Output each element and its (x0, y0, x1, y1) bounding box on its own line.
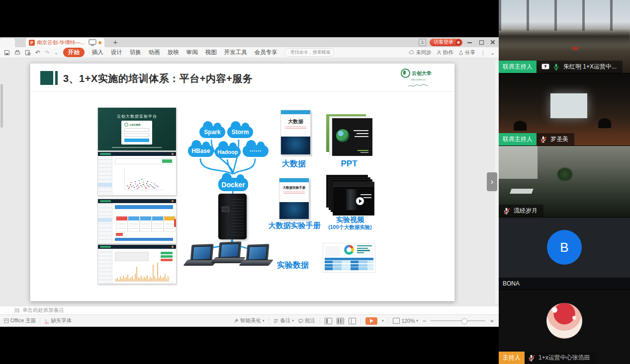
book-manual: 大数据实验手册 (279, 178, 309, 219)
sync-status-button[interactable]: 未同步 (409, 49, 432, 56)
play-options-caret[interactable]: ▾ (382, 319, 384, 323)
tab-animations[interactable]: 动画 (149, 49, 160, 56)
cloud-hadoop: Hadoop (215, 146, 241, 158)
host-badge: 主持人 (499, 352, 525, 364)
video-tile-2[interactable]: 联席主持人 罗圣美 (499, 73, 630, 146)
video-tile-5[interactable]: 主持人 1+x运营中心张浩田 (499, 290, 630, 364)
label-ppt: PPT (333, 159, 365, 169)
cloud-hbase: HBase (188, 145, 214, 157)
video-frame (510, 189, 534, 194)
reading-view-button[interactable] (349, 318, 356, 324)
video-tile-1[interactable]: 联席主持人 朱红明 1+X运营中... (499, 0, 630, 73)
tab-transitions[interactable]: 切换 (130, 49, 141, 56)
video-frame (572, 47, 578, 50)
company-logo: 云创大学 edu.cstor.cn (401, 69, 441, 90)
earth-icon (336, 129, 349, 142)
zoom-slider-handle[interactable] (461, 318, 467, 324)
experiment-video-stack (326, 175, 373, 216)
guest-login-button[interactable]: 访客登录 ☻ (430, 39, 462, 46)
mic-muted-icon (503, 207, 511, 215)
bar-chart-thumbnail (114, 262, 173, 282)
title-accent-bar (55, 71, 58, 85)
normal-view-button[interactable] (325, 318, 332, 324)
tab-view[interactable]: 视图 (205, 49, 217, 56)
avatar-initial: B (547, 230, 582, 265)
cloud-spark: Spark (199, 126, 225, 138)
video-frame (550, 93, 587, 118)
search-hint-text: 查找命令，搜索模板 (290, 49, 331, 56)
ppt-slide-stack (326, 114, 372, 156)
document-tab[interactable]: P 南京云创-华博特—...4 partner (26, 38, 104, 47)
ribbon-collapse-icon[interactable]: ⌄ (490, 50, 495, 56)
guest-avatar-icon: ☻ (455, 39, 461, 45)
laptop-icon (241, 243, 270, 267)
platform-scatter-screenshot (97, 151, 177, 196)
tab-slideshow[interactable]: 放映 (168, 49, 179, 56)
redo-button[interactable]: ↷ (45, 49, 50, 56)
slide-canvas: 3、1+X实施的培训体系：平台+内容+服务 云创大学 edu.cstor.cn … (30, 63, 455, 301)
share-button[interactable]: 分享 (458, 49, 475, 56)
label-video: 实验视频 (329, 216, 371, 224)
panel-collapse-handle[interactable]: › (487, 172, 497, 191)
undo-button[interactable]: ↶ (35, 49, 40, 56)
restore-button[interactable] (477, 38, 485, 46)
missing-font-indicator[interactable]: T 缺失字体 (44, 317, 72, 324)
ribbon-bar: ↶ ↷ ⌄ 开始 插入 设计 切换 动画 放映 审阅 视图 开发工具 会员专享 … (0, 47, 499, 58)
slideshow-play-button[interactable] (365, 317, 377, 325)
save-icon[interactable] (4, 50, 10, 56)
tab-review[interactable]: 审阅 (186, 49, 198, 56)
video-tile-3[interactable]: 流经岁月 (499, 146, 630, 217)
print-preview-icon[interactable] (25, 50, 31, 56)
smart-beautify-button[interactable]: 智能美化 ▾ (234, 317, 265, 324)
more-menu-icon[interactable]: ⋮ (480, 50, 486, 56)
left-scrollbar-thumb[interactable] (0, 84, 3, 128)
notes-placeholder-bar[interactable]: 单击此处添加备注 (0, 306, 499, 314)
unsaved-dot-icon (98, 41, 101, 44)
theme-indicator[interactable]: Office 主题 (4, 317, 36, 324)
avatar-image (546, 303, 582, 339)
participant-name: 流经岁月 (514, 207, 538, 215)
window-tab-bar: P 南京云创-华博特—...4 partner + 1 访客登录 ☻ (0, 37, 499, 47)
platform-courses-screenshot (97, 199, 177, 244)
label-video-sub: (100个大数据实验) (319, 224, 381, 231)
collaborate-button[interactable]: 协作 (437, 49, 453, 56)
participant-name-bar: 联席主持人 罗圣美 (499, 133, 574, 146)
tab-devtools[interactable]: 开发工具 (224, 49, 247, 56)
play-icon (356, 197, 364, 205)
slide-sorter-view-button[interactable] (337, 318, 344, 324)
video-tile-4[interactable]: B BONA (499, 218, 630, 290)
tab-design[interactable]: 设计 (111, 49, 122, 56)
mini-login-button (124, 139, 149, 142)
comments-button[interactable]: 批注 (298, 317, 315, 324)
label-manual: 大数据实验手册 (262, 221, 327, 230)
minimize-button[interactable] (466, 38, 474, 46)
zoom-in-button[interactable]: + (490, 317, 494, 325)
zoom-slider[interactable] (431, 320, 485, 321)
tab-insert[interactable]: 插入 (92, 49, 103, 56)
window-count-chip[interactable]: 1 (419, 39, 426, 46)
zoom-out-button[interactable]: − (423, 317, 427, 325)
monitor-icon (89, 39, 96, 46)
screen-share-icon (541, 64, 549, 71)
notes-button[interactable]: 备注 ▾ (273, 317, 294, 324)
quickbar-customize-icon[interactable]: ⌄ (54, 50, 58, 55)
tab-membership[interactable]: 会员专享 (255, 49, 277, 56)
command-search-box[interactable]: 查找命令，搜索模板 (284, 48, 334, 57)
co-host-badge: 联席主持人 (499, 61, 537, 73)
new-tab-button[interactable]: + (110, 37, 120, 47)
label-bigdata: 大数据 (278, 159, 310, 169)
tab-home[interactable]: 开始 (63, 48, 85, 57)
print-icon[interactable] (14, 50, 20, 56)
participant-name: 罗圣美 (550, 135, 568, 144)
workbench-tab-partial[interactable] (0, 38, 15, 47)
laptop-icon (213, 241, 242, 265)
logo-name: 云创大学 (412, 70, 432, 77)
laptop-icon (185, 243, 214, 267)
ribbon-tabs: 开始 插入 设计 切换 动画 放映 审阅 视图 开发工具 会员专享 (63, 48, 277, 57)
video-frame (499, 29, 630, 46)
close-button[interactable] (489, 38, 497, 46)
mic-on-icon (552, 63, 560, 71)
video-frame (499, 0, 630, 31)
zoom-level[interactable]: 120% ▾ (393, 318, 418, 324)
video-frame (499, 146, 538, 179)
